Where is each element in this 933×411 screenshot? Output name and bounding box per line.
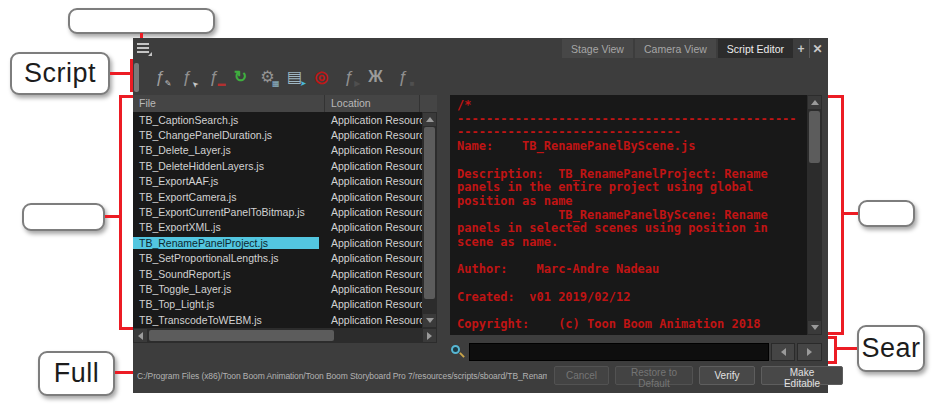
annotation-line (844, 212, 858, 215)
file-location: Application Resources (325, 237, 422, 249)
new-script-button[interactable]: ƒ✎ (147, 64, 173, 90)
table-row[interactable]: TB_SoundReport.jsApplication Resources (133, 266, 422, 281)
scroll-up-icon[interactable] (423, 113, 436, 126)
search-icon (449, 344, 465, 360)
callout-search-label: Sear (857, 325, 925, 372)
annotation-line (115, 371, 133, 374)
search-input[interactable] (469, 343, 769, 361)
table-row[interactable]: TB_ExportCurrentPanelToBitmap.jsApplicat… (133, 204, 422, 219)
scrollbar-thumb[interactable] (149, 330, 334, 341)
edit-script-overlay-icon: ➤ (190, 79, 200, 89)
tab-script-editor[interactable]: Script Editor (718, 39, 793, 58)
file-name: TB_TranscodeToWEBM.js (133, 314, 325, 326)
tab-close-icon[interactable]: ✕ (809, 39, 825, 58)
table-row[interactable]: TB_ExportXML.jsApplication Resources (133, 220, 422, 235)
file-name: TB_Top_Light.js (133, 298, 325, 310)
search-next-button[interactable] (797, 343, 822, 361)
script-file-list: File Location TB_CaptionSearch.jsApplica… (133, 95, 437, 343)
table-row[interactable]: TB_DeleteHiddenLayers.jsApplication Reso… (133, 158, 422, 173)
column-header-file[interactable]: File (133, 95, 325, 112)
edit-script-button[interactable]: ƒ➤ (174, 64, 200, 90)
stop-script-icon: ƒ (398, 69, 407, 86)
tab-camera-view[interactable]: Camera View (635, 39, 716, 58)
file-location: Application Resources (325, 268, 422, 280)
script-source-text: /* -------------------------------------… (450, 95, 807, 335)
cancel-button[interactable]: Cancel (554, 366, 609, 385)
scroll-down-icon[interactable] (423, 314, 436, 327)
file-name: TB_ExportXML.js (133, 221, 325, 233)
run-script-button[interactable]: ƒ▶ (336, 64, 362, 90)
file-location: Application Resources (325, 221, 422, 233)
target-script-button[interactable]: ◎ (309, 64, 335, 90)
scroll-right-icon[interactable] (423, 329, 436, 342)
table-row[interactable]: TB_ChangePanelDuration.jsApplication Res… (133, 127, 422, 142)
debug-script-icon: Ж (368, 69, 382, 85)
tab-stage-view[interactable]: Stage View (562, 39, 633, 58)
table-row[interactable]: TB_CaptionSearch.jsApplication Resources (133, 112, 422, 127)
refresh-scripts-icon: ↻ (234, 69, 247, 85)
import-scripts-overlay-icon: ▦ (272, 80, 280, 88)
table-row[interactable]: TB_ExportAAF.jsApplication Resources (133, 174, 422, 189)
make-editable-button[interactable]: Make Editable (761, 366, 843, 385)
export-script-button[interactable]: ▤➤ (282, 64, 308, 90)
file-location: Application Resources (325, 314, 422, 326)
stop-script-overlay-icon: ■ (410, 80, 415, 88)
scroll-up-icon[interactable] (808, 96, 821, 109)
file-list-horizontal-scrollbar[interactable] (133, 328, 437, 343)
file-location: Application Resources (325, 144, 422, 156)
export-script-overlay-icon: ➤ (300, 80, 307, 88)
table-row[interactable]: TB_Delete_Layer.jsApplication Resources (133, 143, 422, 158)
file-rows: TB_CaptionSearch.jsApplication Resources… (133, 112, 422, 328)
status-bar: C:/Program Files (x86)/Toon Boom Animati… (133, 364, 828, 388)
file-name: TB_ChangePanelDuration.js (133, 129, 325, 141)
delete-script-button[interactable]: ƒ▬ (201, 64, 227, 90)
toolbar-drag-handle[interactable] (134, 63, 139, 92)
scripting-toolbar: ƒ✎ƒ➤ƒ▬↻⚙▦▤➤◎ƒ▶Жƒ■ (134, 62, 416, 92)
scrollbar-thumb[interactable] (424, 127, 435, 299)
table-row[interactable]: TB_RenamePanelProject.jsApplication Reso… (133, 235, 422, 250)
script-editor-panel: Stage ViewCamera ViewScript Editor+✕ ƒ✎ƒ… (133, 38, 828, 393)
search-previous-button[interactable] (771, 343, 796, 361)
column-header-location[interactable]: Location (325, 95, 420, 112)
target-script-icon: ◎ (315, 69, 329, 85)
verify-button[interactable]: Verify (699, 366, 755, 385)
file-location: Application Resources (325, 206, 422, 218)
file-name: TB_SetProportionalLengths.js (133, 252, 325, 264)
restore-to-default-button[interactable]: Restore to Default (615, 366, 693, 385)
tab-add-icon[interactable]: + (793, 39, 809, 58)
stop-script-button[interactable]: ƒ■ (390, 64, 416, 90)
annotation-bracket (119, 95, 134, 98)
file-list-vertical-scrollbar[interactable] (422, 112, 437, 328)
file-list-header: File Location (133, 95, 437, 112)
script-source-view[interactable]: /* -------------------------------------… (450, 95, 822, 335)
file-name: TB_CaptionSearch.js (133, 114, 325, 126)
editor-vertical-scrollbar[interactable] (807, 95, 822, 335)
new-script-overlay-icon: ✎ (165, 80, 172, 88)
file-location: Application Resources (325, 160, 422, 172)
file-name: TB_ExportCamera.js (133, 191, 325, 203)
delete-script-overlay-icon: ▬ (218, 80, 226, 88)
callout-filelist-box (22, 203, 105, 231)
file-location: Application Resources (325, 175, 422, 187)
callout-menu-box (68, 8, 215, 34)
table-row[interactable]: TB_Top_Light.jsApplication Resources (133, 297, 422, 312)
table-row[interactable]: TB_Toggle_Layer.jsApplication Resources (133, 281, 422, 296)
scroll-left-icon[interactable] (134, 329, 147, 342)
file-location: Application Resources (325, 252, 422, 264)
table-row[interactable]: TB_ExportCamera.jsApplication Resources (133, 189, 422, 204)
view-tabs: Stage ViewCamera ViewScript Editor+✕ (560, 39, 825, 58)
table-row[interactable]: TB_TranscodeToWEBM.jsApplication Resourc… (133, 312, 422, 327)
scrollbar-thumb[interactable] (809, 111, 820, 163)
import-scripts-button[interactable]: ⚙▦ (255, 64, 281, 90)
table-row[interactable]: TB_SetProportionalLengths.jsApplication … (133, 251, 422, 266)
annotation-line (110, 72, 131, 75)
file-name: TB_SoundReport.js (133, 268, 325, 280)
panel-menu-icon[interactable] (137, 42, 152, 55)
refresh-scripts-button[interactable]: ↻ (228, 64, 254, 90)
file-name: TB_ExportCurrentPanelToBitmap.js (133, 206, 325, 218)
scroll-down-icon[interactable] (808, 321, 821, 334)
file-location: Application Resources (325, 129, 422, 141)
debug-script-button[interactable]: Ж (363, 64, 389, 90)
callout-script-label: Script (10, 52, 110, 95)
new-script-icon: ƒ (155, 69, 164, 86)
